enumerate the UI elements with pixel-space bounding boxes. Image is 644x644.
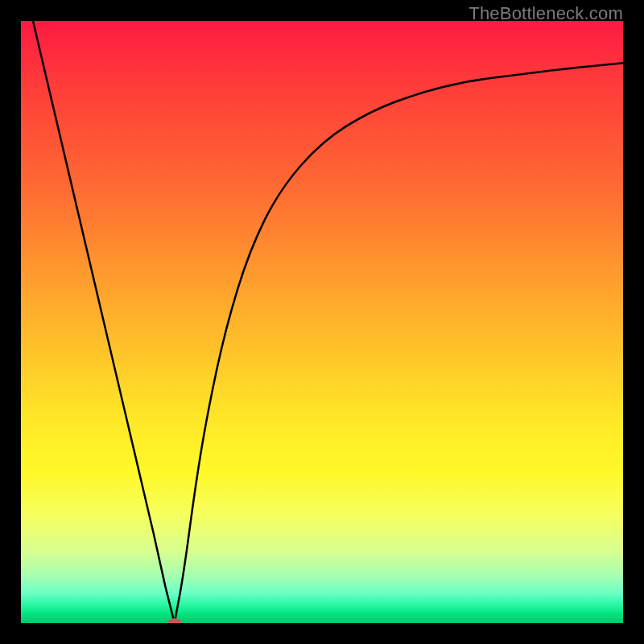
chart-frame: TheBottleneck.com <box>0 0 644 644</box>
bottleneck-curve <box>33 21 623 623</box>
plot-area <box>21 21 623 623</box>
optimal-point-marker <box>167 618 182 623</box>
curve-layer <box>21 21 623 623</box>
